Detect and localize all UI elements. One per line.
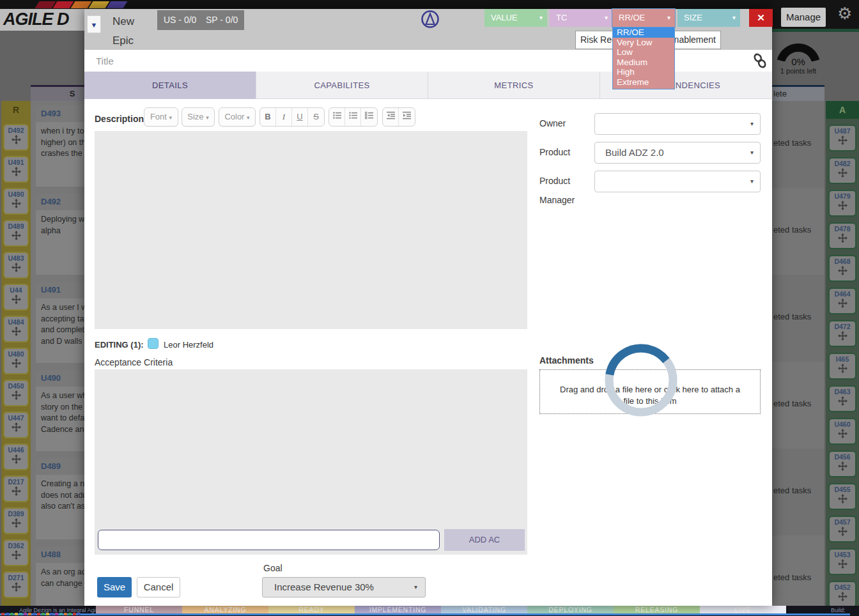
outdent-icon[interactable] (383, 108, 399, 126)
numbered-list-icon[interactable] (345, 108, 361, 126)
collapse-arrow-icon[interactable]: ▼ (87, 15, 101, 33)
link-icon[interactable] (753, 52, 767, 69)
size-dropdown-button[interactable]: Size ▾ (182, 107, 215, 127)
mini-card[interactable]: D455 (828, 483, 856, 510)
description-textarea[interactable] (95, 131, 527, 329)
move-icon[interactable] (838, 461, 847, 471)
underline-button[interactable]: U (292, 108, 308, 126)
move-icon[interactable] (12, 263, 21, 272)
mini-card[interactable]: U490 (3, 188, 29, 215)
move-icon[interactable] (838, 429, 847, 438)
owner-select[interactable]: ▾ (594, 113, 761, 135)
rroe-dropdown[interactable]: RR/OE ▾ (612, 9, 675, 27)
value-dropdown[interactable]: VALUE ▾ (484, 9, 547, 27)
mini-card[interactable]: D450 (3, 380, 29, 406)
size-dropdown[interactable]: SIZE ▾ (677, 9, 740, 27)
strikethrough-button[interactable]: S (308, 108, 324, 126)
close-icon[interactable]: ✕ (749, 9, 773, 27)
goal-select[interactable]: Increase Revenue 30% ▾ (262, 577, 426, 597)
move-icon[interactable] (12, 358, 21, 368)
tc-dropdown[interactable]: TC ▾ (550, 9, 612, 27)
move-icon[interactable] (12, 295, 21, 304)
move-icon[interactable] (838, 527, 847, 536)
mini-card[interactable]: D452 (828, 581, 856, 608)
mini-card[interactable]: U479 (828, 190, 856, 217)
rroe-option[interactable]: RR/OE (613, 27, 674, 38)
move-icon[interactable] (838, 233, 847, 243)
move-icon[interactable] (838, 331, 847, 341)
move-icon[interactable] (12, 199, 21, 208)
mini-card[interactable]: D217 (3, 475, 29, 502)
mini-card[interactable]: D271 (3, 571, 29, 598)
move-icon[interactable] (838, 592, 847, 601)
mini-card[interactable]: D489 (3, 220, 29, 247)
rroe-option[interactable]: Extreme (613, 77, 674, 88)
move-icon[interactable] (838, 201, 847, 210)
mini-card[interactable]: D464 (828, 288, 856, 314)
tab-capabilites[interactable]: CAPABILITES (256, 72, 428, 99)
manage-button[interactable]: Manage (781, 8, 826, 27)
mini-card[interactable]: U483 (3, 252, 29, 279)
move-icon[interactable] (838, 396, 847, 406)
move-icon[interactable] (12, 327, 21, 336)
mini-card[interactable]: U480 (3, 348, 29, 374)
move-icon[interactable] (12, 454, 21, 464)
bold-button[interactable]: B (260, 108, 276, 126)
move-icon[interactable] (12, 390, 21, 400)
move-icon[interactable] (838, 559, 847, 569)
move-icon[interactable] (12, 167, 21, 176)
move-icon[interactable] (838, 364, 847, 373)
mini-card[interactable]: U44 (3, 284, 29, 311)
rroe-option[interactable]: Medium (613, 58, 674, 68)
mini-card[interactable]: U460 (828, 418, 856, 445)
app-logo[interactable]: AGILE D (0, 9, 84, 31)
move-icon[interactable] (12, 486, 21, 496)
mini-card[interactable]: D472 (828, 320, 856, 347)
acceptance-criteria-input[interactable] (98, 530, 440, 550)
mini-card[interactable]: D478 (828, 222, 856, 249)
indent-icon[interactable] (399, 108, 415, 126)
bullet-list-icon[interactable] (329, 108, 345, 126)
move-icon[interactable] (12, 518, 21, 528)
mini-card[interactable]: D482 (828, 157, 856, 184)
tab-metrics[interactable]: METRICS (428, 72, 600, 99)
move-icon[interactable] (838, 135, 847, 145)
color-dropdown-button[interactable]: Color ▾ (219, 107, 256, 127)
mini-card[interactable]: U491 (3, 156, 29, 183)
rroe-option[interactable]: High (613, 67, 674, 77)
mini-card[interactable]: U447 (3, 412, 29, 438)
mini-card[interactable]: D463 (828, 385, 856, 412)
rroe-option[interactable]: Very Low (613, 38, 674, 48)
mini-card[interactable]: D457 (828, 516, 856, 543)
mini-card[interactable]: D468 (828, 255, 856, 282)
rroe-option[interactable]: Low (613, 47, 674, 58)
mini-card[interactable]: D362 (3, 539, 29, 566)
font-dropdown-button[interactable]: Font ▾ (144, 107, 178, 127)
mini-card[interactable]: I465 (828, 353, 856, 380)
move-icon[interactable] (838, 266, 847, 275)
checklist-icon[interactable] (361, 108, 377, 126)
tab-details[interactable]: DETAILS (84, 72, 256, 99)
move-icon[interactable] (12, 422, 21, 432)
italic-button[interactable]: I (276, 108, 292, 126)
add-ac-button[interactable]: ADD AC (444, 529, 525, 551)
mini-card[interactable]: U446 (3, 443, 29, 470)
move-icon[interactable] (838, 168, 847, 178)
cancel-button[interactable]: Cancel (137, 577, 180, 597)
product-manager-select[interactable]: ▾ (594, 171, 761, 192)
horizontal-scrollbar[interactable] (0, 613, 850, 615)
gear-icon[interactable]: ⚙ (837, 4, 852, 24)
mini-card[interactable]: U487 (828, 125, 856, 151)
mini-card[interactable]: U453 (828, 548, 856, 575)
mini-card[interactable]: D492 (3, 124, 29, 151)
move-icon[interactable] (838, 298, 847, 308)
save-button[interactable]: Save (97, 577, 132, 597)
move-icon[interactable] (12, 231, 21, 240)
move-icon[interactable] (12, 582, 21, 592)
mini-card[interactable]: U484 (3, 316, 29, 343)
move-icon[interactable] (12, 550, 21, 560)
move-icon[interactable] (838, 494, 847, 504)
mini-card[interactable]: D389 (3, 507, 29, 534)
move-icon[interactable] (12, 135, 21, 144)
mini-card[interactable]: D456 (828, 450, 856, 477)
